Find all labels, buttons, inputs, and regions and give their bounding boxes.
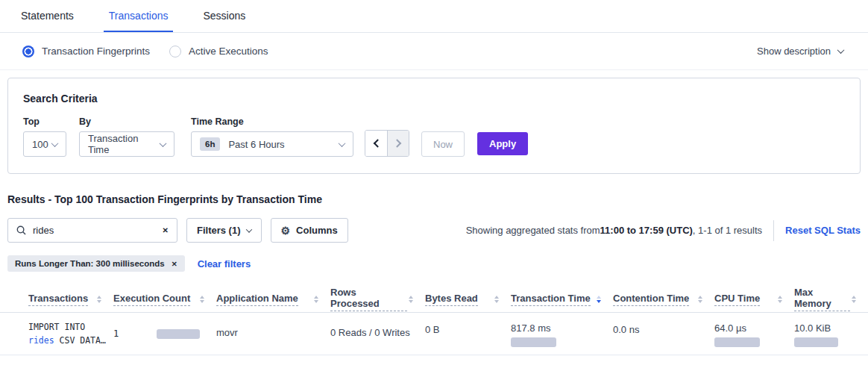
application-name-value: movr <box>216 327 320 338</box>
max-memory-cell: 10.0 KiB <box>794 320 868 347</box>
sort-icon[interactable] <box>312 294 320 305</box>
cpu-time-bar <box>714 337 760 347</box>
transactions-table: Transactions Execution Count Application… <box>0 286 868 355</box>
transaction-fingerprint-cell: IMPORT INTO rides CSV DATA… <box>28 320 113 347</box>
radio-label: Transaction Fingerprints <box>42 46 150 57</box>
rows-processed-cell: 0 Reads / 0 Writes <box>330 320 425 338</box>
max-memory-value: 10.0 KiB <box>794 322 858 334</box>
filter-pill-label: Runs Longer Than: 300 milliseconds <box>15 259 165 268</box>
stats-prefix: Showing aggregated stats from <box>466 225 600 236</box>
search-icon <box>16 225 26 235</box>
column-header-application-name[interactable]: Application Name <box>216 293 330 306</box>
top-select-value: 100 <box>32 139 48 150</box>
sort-desc-icon[interactable] <box>595 294 603 305</box>
transaction-fingerprint-link[interactable]: rides <box>28 335 54 346</box>
time-range-value: Past 6 Hours <box>228 139 284 150</box>
sort-icon[interactable] <box>198 294 206 305</box>
sort-icon[interactable] <box>493 294 500 305</box>
transaction-statement-line2: rides CSV DATA… <box>28 334 103 347</box>
chevron-left-icon <box>373 139 381 147</box>
radio-transaction-fingerprints[interactable]: Transaction Fingerprints <box>22 46 150 57</box>
transaction-time-bar <box>511 337 556 347</box>
aggregated-stats-text: Showing aggregated stats from 11:00 to 1… <box>466 225 762 236</box>
search-input[interactable] <box>33 225 163 236</box>
execution-count-value: 1 <box>113 327 119 340</box>
column-header-rows-processed[interactable]: Rows Processed <box>330 287 425 311</box>
sort-icon[interactable] <box>95 294 103 305</box>
radio-unselected-icon <box>169 46 181 57</box>
time-range-label: Time Range <box>191 116 353 127</box>
by-group: By Transaction Time <box>79 116 174 157</box>
by-label: By <box>79 116 174 127</box>
column-header-cpu-time[interactable]: CPU Time <box>714 293 794 306</box>
radio-label: Active Executions <box>189 46 268 57</box>
search-box[interactable]: ✕ <box>7 218 177 243</box>
contention-time-cell: 0.0 ns <box>613 320 714 335</box>
bytes-read-cell: 0 B <box>425 320 511 335</box>
divider <box>773 220 774 241</box>
transaction-time-cell: 817.8 ms <box>511 320 613 347</box>
results-toolbar: ✕ Filters (1) ⚙ Columns Showing aggregat… <box>7 218 861 243</box>
apply-button[interactable]: Apply <box>477 132 528 155</box>
filter-pill-runs-longer-than: Runs Longer Than: 300 milliseconds ✕ <box>7 255 185 272</box>
search-criteria-card: Search Criteria Top 100 By Transaction T… <box>7 78 861 174</box>
chevron-down-icon <box>51 140 59 147</box>
previous-time-window-button[interactable] <box>365 131 387 156</box>
table-row: IMPORT INTO rides CSV DATA… 1 movr 0 Rea… <box>0 313 868 355</box>
column-header-contention-time[interactable]: Contention Time <box>613 293 714 306</box>
remove-filter-icon[interactable]: ✕ <box>172 260 177 268</box>
max-memory-bar <box>794 337 838 347</box>
chevron-right-icon <box>393 139 401 147</box>
rows-processed-value: 0 Reads / 0 Writes <box>330 327 415 338</box>
results-heading: Results - Top 100 Transaction Fingerprin… <box>7 193 861 205</box>
execution-count-bar <box>157 329 200 339</box>
columns-button-label: Columns <box>296 225 338 236</box>
gear-icon: ⚙ <box>281 225 291 236</box>
time-range-group: Time Range 6h Past 6 Hours <box>191 116 353 157</box>
by-select-value: Transaction Time <box>88 133 160 155</box>
sort-icon[interactable] <box>850 294 858 305</box>
transaction-statement-line1: IMPORT INTO <box>28 320 103 334</box>
time-range-badge: 6h <box>200 137 220 151</box>
chevron-down-icon <box>160 140 167 147</box>
top-select[interactable]: 100 <box>23 131 66 157</box>
chevron-down-icon <box>837 46 845 54</box>
filters-button[interactable]: Filters (1) <box>186 218 262 243</box>
search-criteria-title: Search Criteria <box>23 93 845 105</box>
column-header-transactions[interactable]: Transactions <box>28 293 113 306</box>
tab-statements[interactable]: Statements <box>16 0 79 32</box>
now-button[interactable]: Now <box>421 131 465 157</box>
show-description-toggle[interactable]: Show description <box>757 46 843 57</box>
stats-suffix: , 1-1 of 1 results <box>693 225 762 236</box>
active-filters-row: Runs Longer Than: 300 milliseconds ✕ Cle… <box>7 255 861 272</box>
next-time-window-button[interactable] <box>387 131 409 156</box>
contention-time-value: 0.0 ns <box>613 324 704 335</box>
reset-sql-stats-link[interactable]: Reset SQL Stats <box>785 225 861 236</box>
sort-icon[interactable] <box>696 294 704 305</box>
columns-button[interactable]: ⚙ Columns <box>271 218 348 243</box>
column-header-execution-count[interactable]: Execution Count <box>113 293 216 306</box>
by-select[interactable]: Transaction Time <box>79 131 174 157</box>
chevron-down-icon <box>339 140 346 147</box>
tab-transactions[interactable]: Transactions <box>104 0 174 32</box>
sort-icon[interactable] <box>776 294 784 305</box>
column-header-max-memory[interactable]: Max Memory <box>794 287 868 311</box>
clear-filters-link[interactable]: Clear filters <box>198 258 251 269</box>
chevron-down-icon <box>245 226 251 232</box>
time-range-select[interactable]: 6h Past 6 Hours <box>191 131 353 157</box>
radio-selected-icon <box>22 46 34 57</box>
sort-icon[interactable] <box>407 294 415 305</box>
clear-search-icon[interactable]: ✕ <box>163 226 169 234</box>
top-label: Top <box>23 116 66 127</box>
cpu-time-cell: 64.0 µs <box>714 320 794 347</box>
column-header-bytes-read[interactable]: Bytes Read <box>425 293 511 306</box>
radio-active-executions[interactable]: Active Executions <box>169 46 268 57</box>
column-header-transaction-time[interactable]: Transaction Time <box>511 293 613 306</box>
sql-activity-tabbar: Statements Transactions Sessions <box>0 0 868 33</box>
top-group: Top 100 <box>23 116 66 157</box>
execution-count-cell: 1 <box>113 320 216 340</box>
cpu-time-value: 64.0 µs <box>714 322 784 334</box>
filters-button-label: Filters (1) <box>197 225 241 236</box>
stats-time-range: 11:00 to 17:59 (UTC) <box>600 225 693 236</box>
tab-sessions[interactable]: Sessions <box>198 0 251 32</box>
